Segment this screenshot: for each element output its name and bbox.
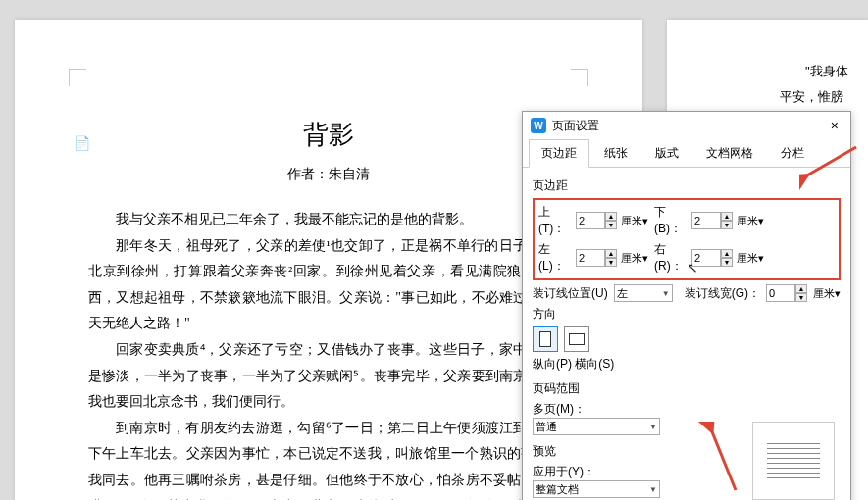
multipage-select[interactable]: 普通▼ (533, 418, 660, 435)
orientation-heading: 方向 (533, 306, 841, 323)
page-setup-dialog: W 页面设置 × 页边距 纸张 版式 文档网格 分栏 页边距 上(T)： ▲▼ … (522, 111, 851, 500)
margin-left-input[interactable]: ▲▼ (576, 249, 621, 267)
gutter-pos-select[interactable]: 左▼ (614, 284, 673, 302)
gutter-width-input[interactable]: ▲▼ (766, 284, 807, 302)
tab-docgrid[interactable]: 文档网格 (693, 139, 766, 167)
gutter-width-label: 装订线宽(G)： (685, 285, 760, 302)
paragraph: 那年冬天，祖母死了，父亲的差使¹也交卸了，正是祸不单行的日子。我从北京到徐州，打… (88, 233, 569, 337)
margins-heading: 页边距 (533, 177, 841, 194)
document-author: 作者：朱自清 (88, 166, 569, 183)
orientation-portrait[interactable] (533, 326, 558, 352)
tab-columns[interactable]: 分栏 (768, 139, 817, 167)
margin-corner-tr (571, 69, 588, 86)
orientation-landscape[interactable] (564, 326, 589, 352)
preview-box (752, 422, 835, 500)
dialog-title: 页面设置 (552, 118, 827, 134)
margin-corner-tl (69, 69, 86, 86)
spin-up-icon[interactable]: ▲ (605, 212, 617, 221)
spin-up-icon[interactable]: ▲ (605, 249, 617, 258)
document-body: 我与父亲不相见已二年余了，我最不能忘记的是他的背影。 那年冬天，祖母死了，父亲的… (88, 207, 569, 500)
gutter-pos-label: 装订线位置(U) (533, 285, 608, 302)
tab-layout[interactable]: 版式 (642, 139, 691, 167)
tab-margins[interactable]: 页边距 (529, 139, 589, 168)
portrait-page-icon (539, 331, 551, 347)
applyto-select[interactable]: 整篇文档▼ (533, 480, 660, 498)
paragraph: 到南京时，有朋友约去游逛，勾留⁶了一日；第二日上午便须渡江到浦口，下午上车北去。… (88, 416, 569, 500)
spin-down-icon[interactable]: ▼ (721, 221, 733, 229)
margin-top-label: 上(T)： (538, 204, 576, 237)
spin-up-icon[interactable]: ▲ (795, 284, 807, 293)
multipage-label: 多页(M)： (533, 401, 841, 418)
margin-bottom-input[interactable]: ▲▼ (691, 212, 737, 229)
spin-down-icon[interactable]: ▼ (795, 293, 807, 302)
orientation-caption: 纵向(P) 横向(S) (533, 356, 841, 373)
margin-right-input[interactable]: ▲▼ (691, 249, 737, 267)
margins-inputs-group: 上(T)： ▲▼ 厘米▾ 下(B)： ▲▼ 厘米▾ 左(L)： ▲▼ 厘米▾ (533, 198, 841, 280)
spin-down-icon[interactable]: ▼ (605, 258, 617, 267)
wps-logo-icon: W (531, 118, 546, 133)
chevron-down-icon: ▼ (662, 289, 670, 298)
landscape-page-icon (569, 333, 585, 345)
margin-bottom-label: 下(B)： (654, 204, 691, 237)
margin-right-label: 右(R)： (654, 241, 691, 275)
spin-up-icon[interactable]: ▲ (721, 249, 733, 258)
paragraph: 回家变卖典质⁴，父亲还了亏空；又借钱办了丧事。这些日子，家中光景很是惨淡，一半为… (88, 337, 569, 416)
dialog-titlebar[interactable]: W 页面设置 × (523, 112, 850, 139)
margin-top-input[interactable]: ▲▼ (576, 212, 621, 229)
paragraph: 我与父亲不相见已二年余了，我最不能忘记的是他的背影。 (88, 207, 569, 233)
tab-paper[interactable]: 纸张 (591, 139, 640, 167)
document-title: 背影 (88, 118, 569, 152)
close-icon[interactable]: × (827, 118, 842, 133)
chevron-down-icon: ▼ (649, 485, 657, 494)
spin-down-icon[interactable]: ▼ (721, 258, 733, 267)
range-heading: 页码范围 (533, 380, 841, 397)
paragraph-mark-icon: 📄 (74, 135, 90, 151)
chevron-down-icon: ▼ (649, 423, 657, 431)
spin-up-icon[interactable]: ▲ (721, 212, 733, 221)
spin-down-icon[interactable]: ▼ (605, 221, 617, 229)
margin-left-label: 左(L)： (538, 241, 576, 275)
